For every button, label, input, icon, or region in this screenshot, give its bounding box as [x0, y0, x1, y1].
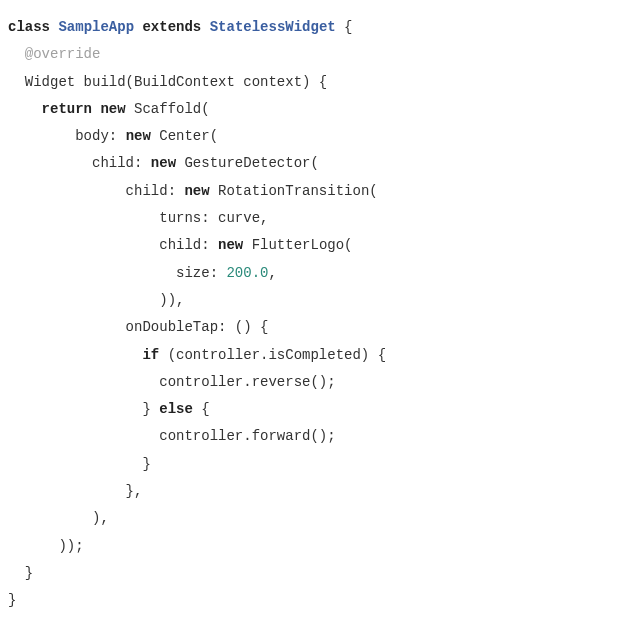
- keyword-new: new: [184, 183, 209, 199]
- keyword-new: new: [100, 101, 125, 117]
- number-literal: 200.0: [226, 265, 268, 281]
- keyword-if: if: [142, 347, 159, 363]
- code-text: Scaffold(: [126, 101, 210, 117]
- annotation-override: @override: [25, 46, 101, 62]
- comma: ,: [268, 265, 276, 281]
- code-text: turns: curve,: [8, 210, 268, 226]
- code-text: }: [8, 565, 33, 581]
- class-name: SampleApp: [58, 19, 134, 35]
- code-text: }: [8, 592, 16, 608]
- code-text: GestureDetector(: [176, 155, 319, 171]
- keyword-return: return: [42, 101, 92, 117]
- code-text: child:: [8, 237, 218, 253]
- code-snippet: class SampleApp extends StatelessWidget …: [8, 14, 632, 615]
- keyword-new: new: [218, 237, 243, 253]
- code-text: child:: [8, 155, 151, 171]
- code-text: },: [8, 483, 142, 499]
- brace: {: [336, 19, 353, 35]
- code-text: size:: [8, 265, 226, 281]
- keyword-new: new: [126, 128, 151, 144]
- keyword-class: class: [8, 19, 50, 35]
- code-text: controller.reverse();: [8, 374, 336, 390]
- super-class-name: StatelessWidget: [210, 19, 336, 35]
- code-text: onDoubleTap: () {: [8, 319, 268, 335]
- code-text: child:: [8, 183, 184, 199]
- code-text: ),: [8, 510, 109, 526]
- code-text: FlutterLogo(: [243, 237, 352, 253]
- code-text: controller.forward();: [8, 428, 336, 444]
- keyword-else: else: [159, 401, 193, 417]
- code-text: Center(: [151, 128, 218, 144]
- keyword-extends: extends: [142, 19, 201, 35]
- code-text: (controller.isCompleted) {: [159, 347, 386, 363]
- code-text: ));: [8, 538, 84, 554]
- code-line: Widget build(BuildContext context) {: [8, 74, 327, 90]
- keyword-new: new: [151, 155, 176, 171]
- code-text: }: [8, 401, 159, 417]
- code-text: )),: [8, 292, 184, 308]
- code-text: }: [8, 456, 151, 472]
- code-text: RotationTransition(: [210, 183, 378, 199]
- code-text: {: [193, 401, 210, 417]
- code-text: body:: [8, 128, 126, 144]
